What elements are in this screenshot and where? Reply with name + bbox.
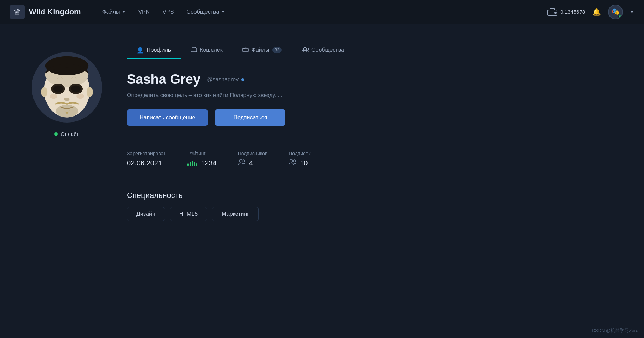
subscribe-button[interactable]: Подписаться (215, 109, 285, 126)
stat-rating-value: 1234 (187, 159, 217, 167)
action-buttons: Написать сообщение Подписаться (127, 109, 616, 126)
svg-point-18 (87, 87, 93, 97)
svg-point-12 (71, 86, 81, 93)
bell-icon[interactable]: 🔔 (592, 8, 601, 16)
stat-subscribers: Подписчиков 4 (238, 151, 268, 167)
tab-wallet[interactable]: Кошелек (181, 42, 233, 59)
svg-point-24 (239, 159, 242, 162)
rating-bar-2 (190, 162, 191, 166)
specialty-tags: Дизайн HTML5 Маркетинг (127, 207, 616, 221)
tab-communities-label: Сообщества (311, 47, 344, 53)
logo-icon: ♛ (10, 5, 25, 19)
stat-rating-label: Рейтинг (187, 151, 217, 156)
subscribers-person-icon (238, 159, 246, 167)
tab-profile[interactable]: 👤 Профиль (127, 42, 181, 59)
profile-name: Sasha Grey (127, 72, 200, 87)
files-tab-icon (242, 47, 249, 54)
avatar-image (35, 56, 99, 119)
tab-wallet-label: Кошелек (200, 47, 223, 53)
nav-vpn[interactable]: VPN (138, 9, 150, 15)
nav-vps[interactable]: VPS (162, 9, 174, 15)
specialty-title: Специальность (127, 191, 616, 200)
tab-files[interactable]: Файлы 32 (233, 42, 292, 59)
communities-tab-icon (302, 46, 309, 54)
status-label: Онлайн (61, 131, 80, 137)
tag-marketing[interactable]: Маркетинг (212, 207, 259, 221)
svg-point-14 (50, 94, 57, 99)
svg-point-25 (243, 160, 245, 162)
svg-point-26 (290, 159, 293, 162)
tab-profile-label: Профиль (147, 47, 171, 53)
online-dot (54, 132, 58, 136)
svg-point-8 (56, 105, 78, 118)
handle-row: @sashagrey (207, 76, 244, 83)
rating-bar-4 (194, 162, 195, 166)
logo[interactable]: ♛ Wild Kingdom (10, 5, 81, 19)
wallet-amount: 0.1345678 (560, 9, 585, 15)
profile-bio: Определить свою цель – это как найти Пол… (127, 91, 616, 100)
profile-right-column: 👤 Профиль Кошелек (127, 42, 616, 221)
verified-dot (241, 78, 244, 81)
online-status: Онлайн (54, 131, 80, 137)
svg-rect-19 (191, 48, 197, 52)
svg-rect-3 (554, 12, 557, 14)
stat-subscribers-label: Подписчиков (238, 151, 268, 156)
tab-communities[interactable]: Сообщества (292, 42, 354, 59)
wallet-tab-icon (191, 47, 197, 54)
profile-handle: @sashagrey (207, 76, 239, 83)
app-title: Wild Kingdom (29, 7, 81, 17)
user-avatar-nav[interactable]: 🎭 (608, 5, 623, 19)
profile-avatar (32, 52, 102, 123)
nav-chevron-user[interactable]: ▼ (630, 10, 634, 14)
message-button[interactable]: Написать сообщение (127, 109, 208, 126)
nav-communities[interactable]: Сообщества ▼ (186, 9, 225, 15)
stat-registered: Зарегистрирован 02.06.2021 (127, 151, 166, 167)
stats-row: Зарегистрирован 02.06.2021 Рейтинг 12 (127, 151, 616, 167)
files-badge: 32 (272, 47, 282, 53)
watermark: CSDN @机器学习Zero (592, 327, 638, 334)
stat-rating: Рейтинг 1234 (187, 151, 217, 167)
stats-divider (127, 140, 616, 140)
specialty-divider (127, 180, 616, 180)
svg-point-17 (41, 87, 47, 97)
tab-files-label: Файлы (252, 47, 270, 53)
svg-point-21 (304, 47, 306, 50)
svg-text:🎭: 🎭 (612, 8, 620, 15)
svg-point-27 (293, 160, 296, 162)
stat-subscriptions-value: 10 (289, 159, 310, 167)
profile-tabs: 👤 Профиль Кошелек (127, 42, 616, 59)
navbar-right: 0.1345678 🔔 🎭 ▼ (547, 5, 634, 19)
stat-registered-label: Зарегистрирован (127, 151, 166, 156)
profile-name-row: Sasha Grey @sashagrey (127, 72, 616, 87)
chevron-down-icon: ▼ (221, 10, 225, 14)
specialty-section: Специальность Дизайн HTML5 Маркетинг (127, 191, 616, 221)
wallet-balance[interactable]: 0.1345678 (547, 8, 585, 16)
rating-bars (187, 161, 197, 166)
svg-point-15 (76, 94, 84, 99)
rating-bar-5 (196, 163, 197, 166)
chevron-down-icon: ▼ (122, 10, 126, 14)
wallet-icon (547, 8, 557, 16)
profile-left-column: Онлайн (28, 42, 106, 221)
svg-text:♛: ♛ (13, 7, 21, 17)
rating-bar-1 (187, 163, 189, 166)
navbar: ♛ Wild Kingdom Файлы ▼ VPN VPS Сообществ… (0, 0, 644, 24)
tag-html5[interactable]: HTML5 (170, 207, 207, 221)
rating-bar-3 (192, 161, 193, 166)
subscriptions-person-icon (289, 159, 296, 167)
stat-subscriptions: Подписок 10 (289, 151, 310, 167)
svg-point-23 (306, 48, 309, 50)
main-nav: Файлы ▼ VPN VPS Сообщества ▼ (102, 9, 548, 15)
stat-subscriptions-label: Подписок (289, 151, 310, 156)
svg-point-10 (53, 86, 63, 93)
main-content: Онлайн 👤 Профиль Кошелек (0, 24, 644, 239)
online-indicator-nav (618, 15, 622, 18)
stat-registered-value: 02.06.2021 (127, 159, 166, 167)
tag-design[interactable]: Дизайн (127, 207, 165, 221)
nav-files[interactable]: Файлы ▼ (102, 9, 126, 15)
svg-point-22 (302, 48, 304, 50)
stat-subscribers-value: 4 (238, 159, 268, 167)
profile-tab-icon: 👤 (137, 47, 144, 54)
